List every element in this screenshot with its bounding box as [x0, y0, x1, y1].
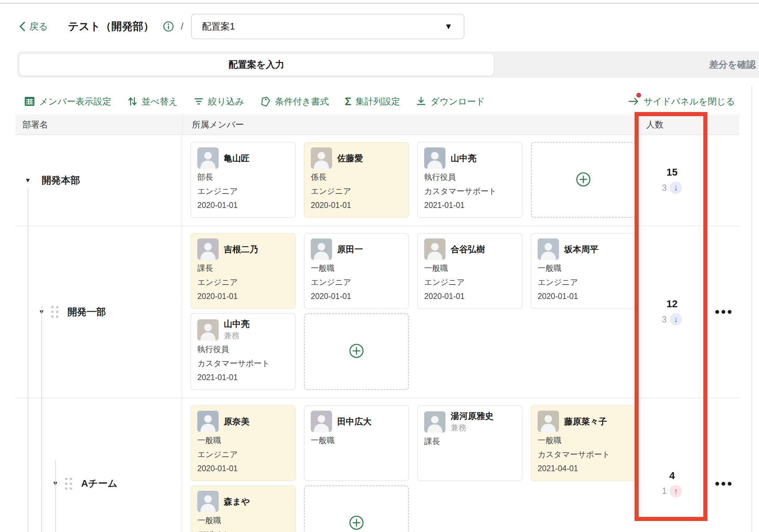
member-detail-line: エンジニア [424, 275, 516, 289]
member-card-header: 佐藤愛 [311, 147, 402, 169]
sort-button[interactable]: 並べ替え [127, 96, 178, 108]
menu-dot [722, 482, 725, 486]
tree-line [55, 460, 56, 532]
department-label-group: ▼Aチーム [15, 477, 118, 490]
member-card[interactable]: 山中亮執行役員カスタマーサポート2021-01-01 [417, 142, 522, 218]
headcount-delta-value: 1 [662, 486, 667, 496]
column-header-menu [707, 114, 739, 134]
drag-dot [65, 478, 67, 480]
conditional-format-button[interactable]: 条件付き書式 [260, 96, 329, 108]
button-label: メンバー表示設定 [39, 96, 111, 108]
row-menu-button[interactable] [712, 478, 735, 489]
table-row: ▼Aチーム原奈美一般職エンジニア2020-01-01田中広大一般職湯河原雅史兼務… [15, 398, 739, 532]
drag-handle-icon[interactable] [65, 478, 72, 490]
member-name-block: 佐藤愛 [337, 153, 363, 163]
row-menu-cell [707, 398, 739, 532]
member-photo [311, 239, 332, 260]
table-row: ▼開発一部吉根二乃課長エンジニア2020-01-01原田一一般職エンジニア202… [15, 226, 739, 398]
table-grid-icon [24, 96, 35, 107]
plus-circle-icon [348, 343, 365, 361]
member-card[interactable]: 森まや一般職デザイナー2022-04-03 [190, 485, 296, 532]
menu-dot [728, 482, 732, 486]
member-card-header: 森まや [197, 491, 289, 512]
member-cards-grid: 原奈美一般職エンジニア2020-01-01田中広大一般職湯河原雅史兼務課長藤原菜… [190, 405, 637, 532]
member-card[interactable]: 原奈美一般職エンジニア2020-01-01 [190, 405, 296, 481]
member-card[interactable]: 吉根二乃課長エンジニア2020-01-01 [190, 233, 296, 309]
member-detail-line: エンジニア [311, 184, 402, 198]
arrow-down-icon: ↓ [670, 181, 682, 194]
member-detail-line: 執行役員 [197, 342, 289, 356]
member-card[interactable]: 佐藤愛係長エンジニア2020-01-01 [304, 142, 409, 218]
button-label: 集計列設定 [355, 96, 400, 108]
member-card[interactable]: 湯河原雅史兼務課長 [417, 405, 522, 481]
department-cell: ▼開発本部 [15, 135, 182, 225]
back-button[interactable]: 戻る [19, 20, 48, 33]
member-name: 吉根二乃 [224, 244, 258, 254]
plus-circle-icon [348, 514, 365, 532]
concurrent-post-badge: 兼務 [451, 422, 494, 433]
table-row: ▼開発本部亀山匠部長エンジニア2020-01-01佐藤愛係長エンジニア2020-… [15, 135, 739, 226]
member-photo [197, 411, 219, 432]
plan-dropdown[interactable]: 配置案1 ▼ [191, 14, 464, 39]
member-detail-line: 2021-04-01 [538, 462, 629, 476]
button-label: ダウンロード [430, 96, 485, 108]
member-name-block: 合谷弘樹 [451, 244, 485, 254]
top-divider [0, 3, 759, 4]
member-detail-line: エンジニア [538, 275, 629, 289]
drag-dot [65, 483, 67, 485]
back-label: 戻る [29, 20, 48, 33]
member-card[interactable]: 合谷弘樹一般職エンジニア2020-01-01 [417, 233, 522, 309]
table-header-row: 部署名 所属メンバー 人数 [15, 114, 739, 135]
drag-handle-icon[interactable] [51, 306, 58, 318]
drag-dot [70, 483, 72, 485]
row-menu-cell [707, 226, 739, 398]
toolbar: メンバー表示設定 並べ替え 絞り込み 条件付き書式 Σ 集計列設定 [24, 90, 735, 113]
tab-check-diff[interactable]: 差分を確認 [709, 52, 756, 78]
tag-icon [260, 96, 271, 107]
member-name-block: 山中亮兼務 [224, 319, 250, 341]
member-photo [538, 411, 559, 432]
member-detail-line: 2020-01-01 [197, 289, 289, 303]
member-card[interactable]: 原田一一般職エンジニア2020-01-01 [304, 233, 409, 309]
member-name: 佐藤愛 [337, 153, 363, 163]
member-photo [424, 239, 446, 260]
department-name: 開発本部 [42, 174, 80, 187]
add-member-button[interactable] [304, 313, 409, 390]
drag-dot [65, 487, 67, 490]
info-icon[interactable] [163, 21, 174, 32]
department-name: Aチーム [81, 477, 118, 490]
menu-dot [715, 310, 719, 314]
member-card-header: 原奈美 [197, 411, 289, 432]
headcount-delta-value: 3 [662, 314, 667, 324]
member-display-settings-button[interactable]: メンバー表示設定 [24, 96, 111, 108]
member-card[interactable]: 亀山匠部長エンジニア2020-01-01 [190, 142, 296, 218]
header: 戻る テスト（開発部） / 配置案1 ▼ [19, 13, 759, 40]
member-detail-line: 一般職 [424, 261, 516, 275]
department-label-group: ▼開発本部 [15, 174, 80, 187]
member-name-block: 湯河原雅史兼務 [451, 411, 494, 433]
filter-button[interactable]: 絞り込み [194, 96, 244, 108]
drag-dot [56, 306, 58, 308]
member-name: 山中亮 [224, 319, 250, 329]
member-detail-line: エンジニア [197, 447, 289, 462]
add-member-button[interactable] [304, 485, 409, 532]
add-member-button[interactable] [531, 142, 636, 218]
collapse-toggle-icon[interactable]: ▼ [23, 177, 33, 184]
member-card[interactable]: 坂本周平一般職エンジニア2020-01-01 [531, 233, 636, 309]
member-name: 坂本周平 [564, 244, 598, 254]
member-card[interactable]: 山中亮兼務執行役員カスタマーサポート2021-01-01 [190, 313, 296, 390]
row-menu-button[interactable] [712, 307, 735, 317]
drag-dot [70, 487, 72, 490]
close-side-panel-button[interactable]: サイドパネルを閉じる [628, 96, 735, 108]
member-card[interactable]: 藤原菜々子一般職カスタマーサポート2021-04-01 [531, 405, 636, 481]
download-button[interactable]: ダウンロード [416, 96, 485, 108]
plus-circle-icon [575, 171, 592, 189]
button-label: 絞り込み [208, 96, 244, 108]
drag-dot [56, 315, 58, 318]
member-card-header: 坂本周平 [538, 239, 629, 260]
tab-enter-plan[interactable]: 配置案を入力 [19, 54, 494, 76]
headcount-total: 4 [669, 470, 675, 481]
summary-columns-button[interactable]: Σ 集計列設定 [345, 96, 400, 108]
member-name-block: 森まや [224, 496, 250, 507]
member-card[interactable]: 田中広大一般職 [304, 405, 409, 481]
